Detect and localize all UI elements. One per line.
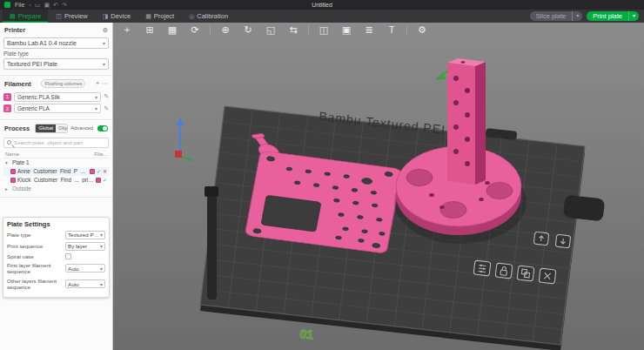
slice-options-arrow-icon[interactable]: ▾ bbox=[572, 11, 582, 21]
print-sequence-select[interactable]: By layer ▾ bbox=[65, 242, 105, 251]
tab-preview-label: Preview bbox=[64, 12, 88, 20]
printer-select[interactable]: Bambu Lab A1 0.4 nozzle ▾ bbox=[3, 37, 109, 49]
device-icon: ◨ bbox=[103, 13, 109, 20]
chevron-down-icon: ▾ bbox=[100, 243, 103, 249]
viewport-3d[interactable]: + ⊞ ▦ ⟳ ⊕ ↻ ◱ ⇆ ◫ ▣ ≣ T ⚙ bbox=[113, 23, 644, 350]
first-layer-sequence-select[interactable]: Auto ▾ bbox=[65, 264, 105, 273]
other-layers-sequence-select[interactable]: Auto ▾ bbox=[65, 279, 105, 288]
object-1-warning-icon[interactable]: ✕ bbox=[103, 168, 107, 174]
plate-number: 01 bbox=[299, 326, 314, 342]
edit-filament-1-icon[interactable]: ✎ bbox=[104, 93, 109, 100]
process-global-tab[interactable]: Global bbox=[36, 125, 56, 132]
object-1-name: Anne_Customer_Find_P_A1 Anne_holder.stl bbox=[17, 168, 88, 174]
plate-move-down-icon[interactable] bbox=[555, 234, 570, 248]
plate-move-up-icon[interactable] bbox=[533, 232, 548, 246]
tab-calibration[interactable]: ◎ Calibration bbox=[182, 10, 235, 23]
plate-left-rail-cap bbox=[205, 186, 218, 197]
tree-row-object-1[interactable]: Anne_Customer_Find_P_A1 Anne_holder.stl … bbox=[3, 167, 109, 176]
advanced-toggle[interactable] bbox=[97, 125, 108, 131]
new-project-icon[interactable]: ▫ bbox=[29, 2, 30, 9]
filament-2-select[interactable]: Generic PLA ▾ bbox=[14, 104, 101, 113]
rotate-icon[interactable]: ↻ bbox=[239, 24, 257, 36]
filament-1-select[interactable]: Generic PLA Silk ▾ bbox=[14, 92, 101, 102]
column-name: Name bbox=[5, 151, 94, 157]
file-menu[interactable]: File bbox=[15, 2, 24, 8]
toolbar-separator bbox=[308, 25, 309, 34]
project-icon: ▦ bbox=[145, 13, 151, 20]
tab-preview[interactable]: ◫ Preview bbox=[49, 10, 94, 23]
split-object-icon[interactable]: ◫ bbox=[315, 24, 332, 36]
printer-select-value: Bambu Lab A1 0.4 nozzle bbox=[7, 40, 77, 46]
print-options-arrow-icon[interactable]: ▾ bbox=[628, 11, 639, 21]
object-2-name: Klock_Customer_Find_..._print_case_mon.s… bbox=[17, 177, 94, 183]
setting-value: Auto bbox=[68, 281, 79, 287]
plate-settings-panel: Plate Settings Plate type Textured PEI..… bbox=[3, 217, 110, 298]
tab-project[interactable]: ▦ Project bbox=[138, 10, 181, 23]
app-window: File ▫ ▭ ▣ ↶ ↷ Untitled ▤ Prepare ◫ Prev… bbox=[0, 0, 644, 350]
text-tool-icon[interactable]: T bbox=[383, 24, 400, 36]
variable-layer-icon[interactable]: ≣ bbox=[360, 24, 378, 36]
edit-filament-2-icon[interactable]: ✎ bbox=[104, 105, 109, 112]
slice-plate-button[interactable]: Slice plate ▾ bbox=[530, 11, 583, 21]
setting-value: Textured PEI... bbox=[68, 232, 100, 238]
print-plate-button[interactable]: Print plate ▾ bbox=[587, 11, 639, 21]
object-1-printable-icon[interactable]: ✓ bbox=[97, 168, 101, 174]
orient-icon[interactable]: ⟳ bbox=[186, 24, 204, 36]
model-tower[interactable] bbox=[447, 58, 486, 185]
toggle-knob bbox=[103, 126, 107, 131]
filament-2-color-chip[interactable]: 2 bbox=[3, 104, 11, 112]
viewport-toolbar: + ⊞ ▦ ⟳ ⊕ ↻ ◱ ⇆ ◫ ▣ ≣ T ⚙ bbox=[118, 24, 431, 36]
arrange-plate-icon[interactable] bbox=[517, 266, 534, 281]
search-input[interactable] bbox=[14, 139, 105, 145]
tree-row-outside[interactable]: ▸ Outside bbox=[3, 185, 109, 193]
column-filament: Fila... bbox=[94, 151, 107, 157]
scale-icon[interactable]: ◱ bbox=[262, 24, 279, 36]
tree-row-plate-1[interactable]: ▾ Plate 1 bbox=[3, 158, 109, 167]
object-1-filament-chip[interactable] bbox=[90, 169, 95, 174]
filament-menu-icon[interactable]: ⋯ bbox=[102, 80, 108, 87]
filament-section-title: Filament bbox=[4, 80, 31, 88]
save-project-icon[interactable]: ▣ bbox=[44, 2, 50, 9]
move-icon[interactable]: ⊕ bbox=[217, 24, 234, 36]
plate-type-setting-select[interactable]: Textured PEI... ▾ bbox=[65, 231, 105, 239]
plate-settings-icon[interactable] bbox=[473, 260, 491, 276]
search-box bbox=[3, 138, 109, 148]
tab-device-label: Device bbox=[111, 12, 131, 20]
collapse-icon[interactable]: ▾ bbox=[5, 160, 10, 165]
setting-row-other-layers-sequence: Other layers filament sequence Auto ▾ bbox=[7, 278, 105, 291]
scene-canvas[interactable]: Bambu Textured PEI Plate 01 bbox=[113, 23, 644, 350]
tab-prepare[interactable]: ▤ Prepare bbox=[3, 10, 48, 23]
plate-type-label: Plate type bbox=[3, 50, 109, 57]
lock-plate-icon[interactable] bbox=[495, 263, 513, 279]
add-icon[interactable]: + bbox=[118, 24, 136, 36]
plate-handle bbox=[563, 194, 606, 221]
setting-label: Print sequence bbox=[7, 243, 63, 249]
chevron-down-icon: ▾ bbox=[103, 61, 105, 67]
flushing-volumes-button[interactable]: Flushing volumes bbox=[41, 79, 85, 88]
redo-icon[interactable]: ↷ bbox=[62, 2, 67, 9]
tab-project-label: Project bbox=[154, 12, 174, 20]
add-filament-icon[interactable]: + bbox=[96, 80, 99, 87]
assembly-icon[interactable]: ⚙ bbox=[413, 24, 431, 36]
add-plate-icon[interactable]: ⊞ bbox=[141, 24, 158, 36]
tree-row-object-2[interactable]: Klock_Customer_Find_..._print_case_mon.s… bbox=[3, 176, 109, 185]
chevron-down-icon: ▾ bbox=[100, 232, 103, 238]
object-2-printable-icon[interactable]: ✓ bbox=[103, 177, 107, 183]
process-scope-segmented: Global Objects bbox=[35, 124, 68, 133]
printer-settings-gear-icon[interactable]: ⚙ bbox=[103, 27, 108, 34]
process-objects-tab[interactable]: Objects bbox=[56, 125, 68, 132]
object-2-filament-chip[interactable] bbox=[96, 178, 101, 183]
filament-1-color-chip[interactable]: 1 bbox=[3, 93, 11, 101]
process-section: Process Global Objects Advanced Name Fil… bbox=[0, 120, 112, 198]
arrange-icon[interactable]: ▦ bbox=[164, 24, 181, 36]
open-project-icon[interactable]: ▭ bbox=[35, 2, 41, 9]
split-part-icon[interactable]: ▣ bbox=[338, 24, 355, 36]
delete-plate-icon[interactable] bbox=[539, 268, 556, 284]
tab-device[interactable]: ◨ Device bbox=[96, 10, 138, 23]
spiral-vase-checkbox[interactable] bbox=[65, 253, 71, 259]
undo-icon[interactable]: ↶ bbox=[53, 2, 58, 9]
mirror-icon[interactable]: ⇆ bbox=[285, 24, 302, 36]
plate-type-select[interactable]: Textured PEI Plate ▾ bbox=[3, 58, 109, 70]
expand-icon[interactable]: ▸ bbox=[5, 186, 10, 192]
plate-type-select-value: Textured PEI Plate bbox=[7, 61, 57, 67]
